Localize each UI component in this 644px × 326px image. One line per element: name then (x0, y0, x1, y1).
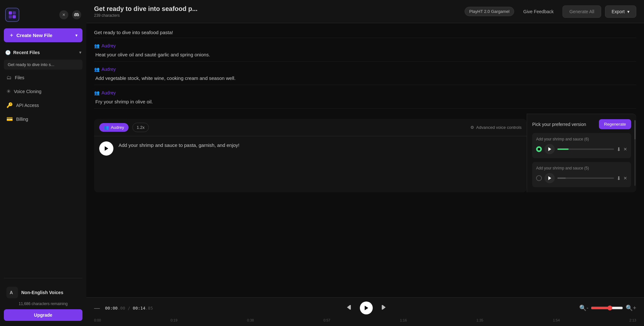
main-content: Get ready to dive into seafood p... 239 … (86, 0, 644, 326)
version-label-2: Add your shrimp and sauce (5) (536, 166, 627, 170)
timeline-marker-0: 0:00 (94, 318, 101, 322)
svg-marker-12 (383, 305, 386, 310)
timeline-marker-4: 1:16 (400, 318, 407, 322)
svg-rect-3 (13, 15, 16, 18)
script-area: Get ready to dive into seafood pasta! 👥 … (86, 23, 644, 297)
folder-icon: 🗂 (6, 75, 12, 81)
sidebar-item-files[interactable]: 🗂 Files (4, 72, 82, 84)
zoom-slider[interactable] (591, 305, 623, 311)
zoom-out-button[interactable]: 🔍- (579, 304, 588, 312)
discord-icon[interactable] (72, 10, 81, 19)
voice-selector[interactable]: 👥 Audrey (99, 123, 129, 132)
sidebar-item-non-english-voices[interactable]: A Non-English Voices (4, 283, 82, 302)
skip-back-button[interactable] (346, 304, 353, 312)
script-text-1: Heat your olive oil and sauté garlic and… (94, 51, 636, 59)
download-icon-2[interactable]: ⬇ (617, 175, 621, 181)
voice-label-1[interactable]: 👥 Audrey (94, 43, 636, 48)
player-play-button[interactable] (360, 302, 373, 314)
translate-icon: A (6, 287, 18, 298)
svg-rect-9 (350, 305, 351, 310)
regen-title: Pick your preferred version (532, 122, 586, 127)
chars-remaining: 11,686 characters remaining (4, 302, 82, 306)
block-play-button[interactable] (99, 141, 113, 156)
svg-text:A: A (10, 290, 13, 295)
give-feedback-button[interactable]: Give Feedback (518, 6, 559, 17)
page-title: Get ready to dive into seafood p... (94, 5, 461, 13)
version-label-1: Add your shrimp and sauce (6) (536, 137, 627, 141)
upgrade-button[interactable]: Upgrade (4, 309, 82, 321)
recent-file-item[interactable]: Get ready to dive into s... (4, 60, 82, 70)
player-center-controls (158, 302, 574, 314)
app-logo (5, 8, 19, 22)
player-controls: — 00:00.00 / 00:14.85 (94, 302, 636, 314)
close-icon-2[interactable]: ✕ (623, 176, 627, 181)
speed-selector[interactable]: 1.2x (132, 123, 149, 132)
player-bar: — 00:00.00 / 00:14.85 (86, 297, 644, 326)
create-new-file-button[interactable]: ＋ Create New File ▾ (4, 28, 82, 42)
regenerate-button[interactable]: Regenerate (599, 119, 631, 129)
regen-panel: Pick your preferred version Regenerate A… (527, 114, 636, 192)
script-text-3: Fry your shrimp in olive oil. (94, 98, 636, 106)
version-controls-2: ⬇ ✕ (536, 173, 627, 183)
voice-icon-3: 👥 (94, 90, 100, 95)
sidebar-item-voice-cloning[interactable]: ✳ Voice Cloning (4, 85, 82, 98)
version-item-1: Add your shrimp and sauce (6) ⬇ (532, 133, 631, 158)
version-controls-1: ⬇ ✕ (536, 144, 627, 154)
version-progress-bar-1 (557, 149, 614, 150)
svg-rect-1 (13, 11, 16, 14)
active-block-container: 👥 Audrey 1.2x ⚙ Advanced voice controls (94, 114, 636, 192)
version-bar-fill-1 (557, 149, 569, 150)
voice-icon-1: 👥 (94, 43, 100, 48)
chevron-down-icon: ▾ (75, 33, 77, 38)
sidebar-item-api-access[interactable]: 🔑 API Access (4, 99, 82, 111)
version-radio-2[interactable] (536, 175, 542, 181)
version-play-button-1[interactable] (544, 144, 555, 154)
voice-icon-2: 👥 (94, 67, 100, 72)
recent-files-header[interactable]: 🕐 Recent Files ▾ (4, 47, 82, 58)
generate-all-button[interactable]: Generate All (562, 5, 601, 18)
zoom-in-button[interactable]: 🔍+ (626, 304, 636, 312)
version-item-2: Add your shrimp and sauce (5) ⬇ ✕ (532, 162, 631, 187)
timeline-marker-2: 0:38 (247, 318, 254, 322)
voice-label-3[interactable]: 👥 Audrey (94, 90, 636, 95)
script-intro-text: Get ready to dive into seafood pasta! (94, 23, 636, 38)
timeline-marker-5: 1:35 (476, 318, 483, 322)
sliders-icon: ⚙ (470, 125, 474, 130)
scroll-thumb (634, 120, 636, 139)
svg-rect-11 (382, 305, 383, 310)
model-badge: PlayHT 2.0 Gargamel (465, 7, 514, 16)
svg-marker-5 (105, 146, 108, 151)
svg-marker-7 (548, 176, 551, 180)
timeline-marker-1: 0:19 (170, 318, 177, 322)
char-count: 239 characters (94, 13, 461, 18)
zoom-controls: 🔍- 🔍+ (579, 304, 636, 312)
timeline-marker-6: 1:54 (553, 318, 560, 322)
header-title-block: Get ready to dive into seafood p... 239 … (94, 5, 461, 18)
svg-rect-0 (9, 11, 12, 14)
version-play-button-2[interactable] (544, 173, 555, 183)
close-icon-1[interactable]: ✕ (623, 147, 627, 152)
version-radio-1[interactable] (536, 146, 542, 152)
script-text-2: Add vegetable stock, white wine, cooking… (94, 74, 636, 82)
clock-icon: 🕐 (5, 50, 11, 55)
version-bar-fill-2 (557, 177, 566, 179)
chevron-icon: ▾ (79, 50, 81, 55)
billing-icon: 💳 (6, 116, 13, 122)
voice-label-2[interactable]: 👥 Audrey (94, 67, 636, 72)
script-textarea[interactable]: Add your shrimp and sauce to pasta, garn… (119, 136, 527, 175)
voice-chip-icon: 👥 (104, 125, 109, 130)
download-icon-1[interactable]: ⬇ (617, 146, 621, 152)
player-minus-icon[interactable]: — (94, 305, 100, 312)
active-block-header: 👥 Audrey 1.2x ⚙ Advanced voice controls (94, 119, 527, 136)
skip-forward-button[interactable] (379, 304, 386, 312)
player-current-time: 00:00.00 / 00:14.85 (105, 306, 153, 311)
sidebar-item-billing[interactable]: 💳 Billing (4, 113, 82, 125)
active-script-block: 👥 Audrey 1.2x ⚙ Advanced voice controls (94, 119, 527, 192)
svg-rect-2 (9, 15, 12, 18)
export-button[interactable]: Export ▾ (605, 5, 636, 18)
timeline: 0:00 0:19 0:38 0:57 1:16 1:35 1:54 2:13 (94, 317, 636, 326)
plus-icon: ＋ (9, 32, 14, 38)
twitter-icon[interactable]: ✕ (59, 10, 68, 19)
key-icon: 🔑 (6, 102, 13, 108)
advanced-voice-controls[interactable]: ⚙ Advanced voice controls (470, 125, 522, 130)
